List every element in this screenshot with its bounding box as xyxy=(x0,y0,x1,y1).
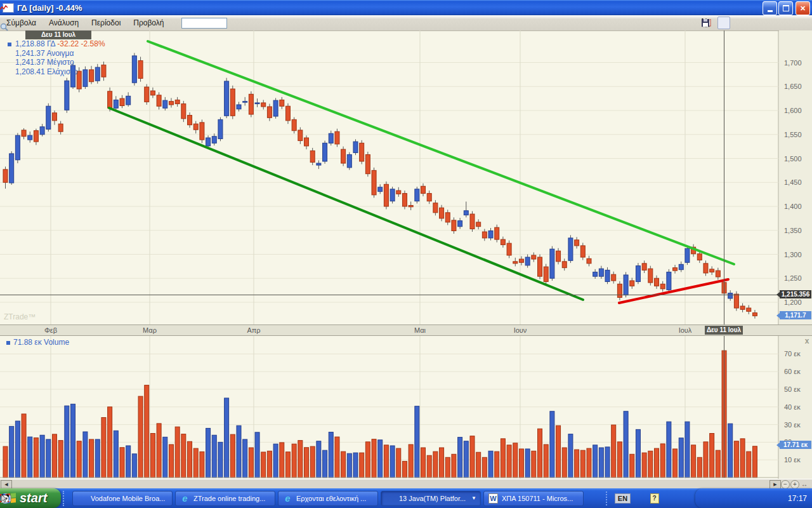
volume-close-icon[interactable]: x xyxy=(803,337,811,345)
volume-bar xyxy=(525,449,530,478)
help-note-icon[interactable]: ? xyxy=(649,493,660,504)
volume-bar xyxy=(249,448,253,478)
candle xyxy=(495,227,499,239)
crosshair-date-tag-top: Δευ 11 Ιουλ xyxy=(25,30,91,39)
candle xyxy=(660,284,665,289)
volume-bar xyxy=(169,444,173,478)
volume-bar xyxy=(40,435,44,478)
volume-bar xyxy=(636,429,640,478)
last-price-tag: 1,171.7 xyxy=(780,311,811,319)
menu-item-3[interactable]: Περίοδοι xyxy=(85,17,127,29)
crosshair-date-tag-bottom: Δευ 11 Ιουλ xyxy=(705,326,743,335)
restore-button[interactable] xyxy=(778,1,793,15)
volume-bar xyxy=(587,448,591,478)
crosshair-icon[interactable] xyxy=(717,17,730,29)
volume-tick-label: 60 εκ xyxy=(784,368,801,375)
candle xyxy=(22,130,26,137)
volume-bar xyxy=(243,439,247,478)
candle xyxy=(747,308,751,311)
ohlc-legend: 1,218.88 ΓΔ -32.22 -2.58% 1,241.37 Ανοιγ… xyxy=(8,39,105,76)
candle xyxy=(3,170,8,182)
volume-bar xyxy=(655,448,659,478)
grid-icon[interactable] xyxy=(735,17,746,29)
time-scrollbar[interactable]: ◀ ▶ − + ↔ xyxy=(0,479,812,489)
candle xyxy=(752,313,757,316)
zoom-out-button[interactable]: − xyxy=(781,480,790,489)
window-restore-icon[interactable] xyxy=(664,493,674,504)
candle xyxy=(440,208,444,218)
candle xyxy=(562,262,566,268)
volume-bar xyxy=(728,424,733,478)
volume-bar xyxy=(181,434,186,478)
minimize-button[interactable] xyxy=(763,1,777,15)
taskbar-button-1[interactable]: Vodafone Mobile Broa... xyxy=(72,491,173,506)
taskbar-button-3[interactable]: eΕρχονται εθελοντική ... xyxy=(278,491,378,506)
pointer-icon[interactable] xyxy=(771,493,782,504)
candle xyxy=(280,100,284,106)
language-indicator[interactable]: EN xyxy=(615,493,631,504)
candle xyxy=(347,154,351,167)
candle xyxy=(464,211,468,215)
volume-legend-marker xyxy=(6,341,10,345)
candle xyxy=(384,184,388,206)
candle xyxy=(482,232,487,238)
taskbar-button-2[interactable]: eZTrade online trading... xyxy=(175,491,275,506)
menu-item-4[interactable]: Προβολή xyxy=(127,17,170,29)
support-line[interactable] xyxy=(619,279,728,303)
candle xyxy=(427,194,431,201)
menu-item-2[interactable]: Ανάλυση xyxy=(43,17,85,29)
title-bar: ΓΔ [daily] -0.44% ✕ xyxy=(0,0,812,15)
candle xyxy=(433,203,438,213)
taskbar-button-5[interactable]: WΧΠΑ 150711 - Micros... xyxy=(483,491,584,506)
volume-pane[interactable]: 70 εκ60 εκ50 εκ40 εκ30 εκ20 εκ10 εκ xyxy=(0,335,812,479)
candle xyxy=(728,293,733,298)
candle xyxy=(243,102,247,103)
trendline-icon[interactable] xyxy=(750,17,762,29)
upper-channel[interactable] xyxy=(148,41,734,264)
green-box-icon[interactable] xyxy=(727,493,738,504)
candle xyxy=(507,243,511,255)
crosshair-price-tag: 1,215.356 xyxy=(780,290,811,298)
volume-bar xyxy=(145,385,149,478)
group-dropdown-icon[interactable]: ▼ xyxy=(471,495,476,501)
word-icon: W xyxy=(488,493,499,504)
volume-bar xyxy=(310,446,315,478)
fit-width-icon[interactable]: ↔ xyxy=(801,481,808,488)
volume-bar xyxy=(95,439,100,478)
close-button[interactable]: ✕ xyxy=(796,1,810,15)
volume-bar xyxy=(267,451,272,478)
zoom-in-button[interactable]: + xyxy=(790,480,799,489)
bluetooth-icon[interactable] xyxy=(742,493,752,504)
volume-bar xyxy=(132,454,136,478)
symbol-search-input[interactable] xyxy=(181,18,227,29)
candle xyxy=(667,272,671,290)
taskbar-button-label: Ερχονται εθελοντική ... xyxy=(296,495,366,502)
month-label-Ιουλ: Ιουλ xyxy=(679,326,692,334)
taskbar: start Vodafone Mobile Broa...eZTrade onl… xyxy=(0,488,812,508)
chart-icon[interactable] xyxy=(782,17,794,29)
volume-bar xyxy=(114,431,118,478)
panda-icon[interactable] xyxy=(756,493,767,504)
volume-bar xyxy=(347,453,351,478)
ztrade-chart-icon[interactable] xyxy=(712,493,723,504)
price-pane[interactable]: 1,7001,6501,6001,5501,5001,4501,4001,350… xyxy=(0,30,812,324)
candle xyxy=(329,133,333,143)
candle xyxy=(550,249,554,278)
volume-bar xyxy=(488,451,493,478)
taskbar-button-4[interactable]: 13 Java(TM) Platfor...▼ xyxy=(381,491,481,506)
volume-bar xyxy=(28,437,32,478)
lower-channel[interactable] xyxy=(109,108,583,300)
volume-bar xyxy=(261,452,266,478)
dotted-line-icon[interactable] xyxy=(766,17,778,29)
volume-bar xyxy=(752,446,757,478)
hide-chevron-icon[interactable] xyxy=(698,493,709,504)
candle xyxy=(267,107,272,117)
volume-bar xyxy=(175,427,180,478)
keyboard-icon[interactable] xyxy=(634,493,645,504)
month-label-Μαι: Μαι xyxy=(414,326,426,334)
save-icon[interactable] xyxy=(798,17,809,29)
volume-bar xyxy=(550,411,554,478)
volume-bar xyxy=(575,450,579,478)
candle xyxy=(519,259,523,262)
volume-tick-label: 70 εκ xyxy=(784,350,801,358)
